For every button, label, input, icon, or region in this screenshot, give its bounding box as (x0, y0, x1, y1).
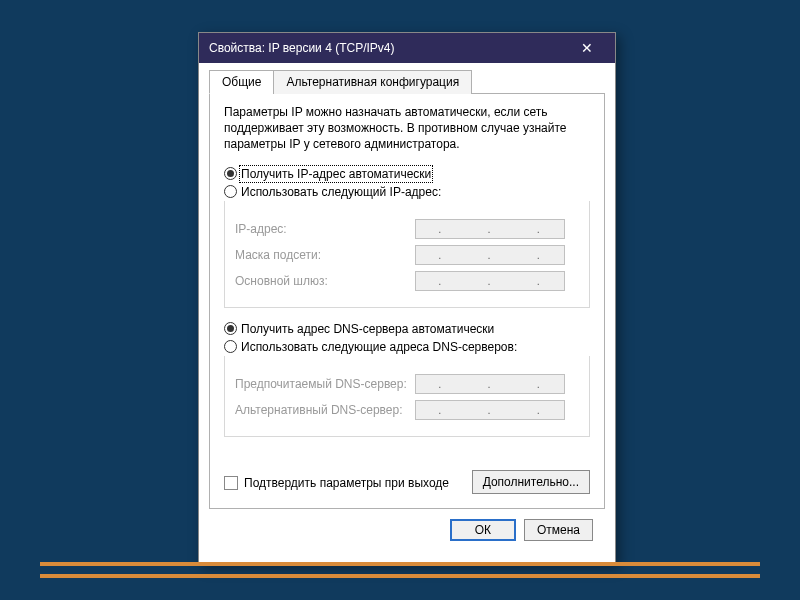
cancel-button[interactable]: Отмена (524, 519, 593, 541)
window-title: Свойства: IP версии 4 (TCP/IPv4) (209, 41, 567, 55)
radio-icon (224, 322, 237, 335)
dialog-body: Общие Альтернативная конфигурация Параме… (199, 63, 615, 563)
checkbox-icon (224, 476, 238, 490)
preferred-dns-row: Предпочитаемый DNS-сервер: ... (235, 374, 579, 394)
ip-manual-option[interactable]: Использовать следующий IP-адрес: (224, 185, 590, 199)
preferred-dns-input: ... (415, 374, 565, 394)
validate-on-exit-option[interactable]: Подтвердить параметры при выходе (224, 476, 449, 490)
subnet-mask-input: ... (415, 245, 565, 265)
tab-strip: Общие Альтернативная конфигурация (209, 70, 605, 94)
subnet-mask-label: Маска подсети: (235, 248, 415, 262)
alternate-dns-row: Альтернативный DNS-сервер: ... (235, 400, 579, 420)
preferred-dns-label: Предпочитаемый DNS-сервер: (235, 377, 415, 391)
description-text: Параметры IP можно назначать автоматичес… (224, 104, 590, 153)
subnet-mask-row: Маска подсети: ... (235, 245, 579, 265)
radio-icon (224, 340, 237, 353)
close-button[interactable]: ✕ (567, 33, 607, 63)
gateway-row: Основной шлюз: ... (235, 271, 579, 291)
advanced-button[interactable]: Дополнительно... (472, 470, 590, 494)
close-icon: ✕ (581, 40, 593, 56)
dns-auto-option[interactable]: Получить адрес DNS-сервера автоматически (224, 322, 590, 336)
ipv4-properties-dialog: Свойства: IP версии 4 (TCP/IPv4) ✕ Общие… (198, 32, 616, 564)
dialog-footer: ОК Отмена (209, 509, 605, 553)
ip-auto-label: Получить IP-адрес автоматически (241, 167, 431, 181)
ip-address-row: IP-адрес: ... (235, 219, 579, 239)
tab-alternate[interactable]: Альтернативная конфигурация (273, 70, 472, 94)
titlebar[interactable]: Свойства: IP версии 4 (TCP/IPv4) ✕ (199, 33, 615, 63)
validate-label: Подтвердить параметры при выходе (244, 476, 449, 490)
ip-fields-group: IP-адрес: ... Маска подсети: ... Основно… (224, 201, 590, 308)
dns-fields-group: Предпочитаемый DNS-сервер: ... Альтернат… (224, 356, 590, 437)
decorative-stripe (40, 562, 760, 566)
dns-manual-label: Использовать следующие адреса DNS-сервер… (241, 340, 517, 354)
radio-icon (224, 185, 237, 198)
ip-auto-option[interactable]: Получить IP-адрес автоматически (224, 167, 590, 181)
ip-address-input: ... (415, 219, 565, 239)
ok-button[interactable]: ОК (450, 519, 516, 541)
tab-panel-general: Параметры IP можно назначать автоматичес… (209, 93, 605, 509)
ip-manual-label: Использовать следующий IP-адрес: (241, 185, 441, 199)
dns-auto-label: Получить адрес DNS-сервера автоматически (241, 322, 494, 336)
decorative-stripe (40, 574, 760, 578)
tab-general[interactable]: Общие (209, 70, 274, 94)
gateway-label: Основной шлюз: (235, 274, 415, 288)
alternate-dns-label: Альтернативный DNS-сервер: (235, 403, 415, 417)
dns-manual-option[interactable]: Использовать следующие адреса DNS-сервер… (224, 340, 590, 354)
alternate-dns-input: ... (415, 400, 565, 420)
gateway-input: ... (415, 271, 565, 291)
ip-address-label: IP-адрес: (235, 222, 415, 236)
radio-icon (224, 167, 237, 180)
